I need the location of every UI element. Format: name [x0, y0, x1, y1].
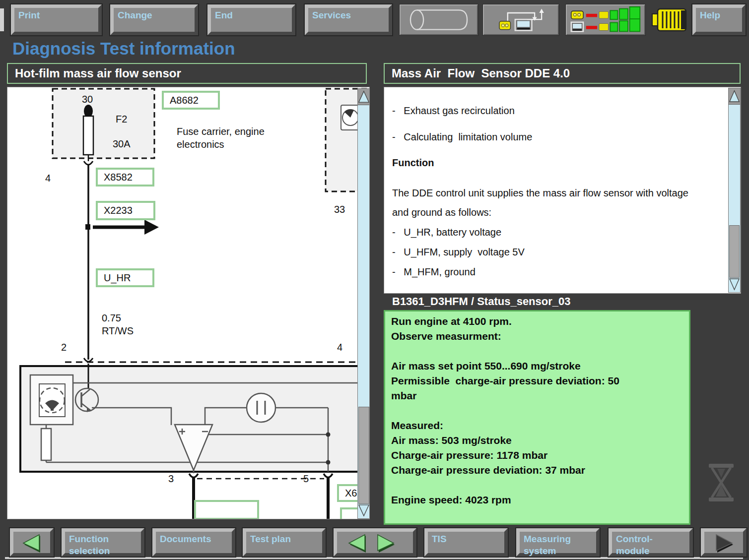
hourglass-icon: [706, 463, 737, 502]
right-panel-header: Mass Air Flow Sensor DDE 4.0: [384, 63, 741, 84]
result-line: Observe measurment:: [391, 329, 683, 344]
control-module-functions-button[interactable]: Control-module functions: [609, 528, 693, 557]
pipe-cylinder-icon[interactable]: [400, 4, 478, 35]
left-edge-highlight: [0, 8, 4, 31]
result-line: Permissible charge-air pressure deviatio…: [391, 373, 683, 388]
info-scrollbar-thumb[interactable]: [729, 225, 740, 278]
change-button[interactable]: Change: [110, 4, 198, 35]
pin-5-label: 5: [303, 473, 309, 485]
wiring-diagram-panel: 30 F2 30A Fuse carrier, engine electroni…: [7, 87, 370, 519]
dis-diagnosis-screen: Print Change End Services: [0, 0, 749, 560]
result-line: [391, 478, 683, 493]
nav-back-arrow-icon: [20, 534, 43, 554]
hotspot-empty[interactable]: [194, 500, 259, 519]
diagram-scrollbar[interactable]: [357, 88, 370, 519]
info-scroll-down-icon[interactable]: [729, 276, 740, 292]
wire-gauge-label: 0.75: [102, 312, 121, 324]
tis-label: TIS: [432, 534, 447, 544]
info-bullet-limitation: - Calculating limitation volume: [392, 131, 532, 143]
function-selection-button[interactable]: Function selection: [62, 528, 144, 557]
result-line: [391, 344, 683, 359]
measuring-system-button[interactable]: Measuring system: [516, 528, 600, 557]
left-panel-header: Hot-film mass air flow sensor: [7, 63, 367, 84]
hotspot-x8582[interactable]: X8582: [96, 168, 154, 187]
end-label: End: [215, 10, 233, 20]
status-bars-icon[interactable]: [566, 4, 645, 35]
yellow-plug-icon[interactable]: [650, 7, 689, 33]
hotspot-x2233[interactable]: X2233: [96, 201, 155, 220]
change-label: Change: [118, 10, 152, 20]
nav-back-button[interactable]: [10, 528, 54, 557]
print-label: Print: [18, 10, 40, 20]
print-button[interactable]: Print: [11, 4, 102, 35]
info-bullet-egr: - Exhaust gas recirculation: [392, 105, 515, 117]
pin-4-label: 4: [45, 173, 51, 184]
documents-label: Documents: [160, 534, 211, 544]
info-bullet-u-hr: - U_HR, battery voltage: [392, 227, 501, 238]
wire-color-label: RT/WS: [102, 325, 134, 337]
info-body-line1: The DDE control unit supplies the mass a…: [392, 187, 688, 199]
page-title: Diagnosis Test information: [12, 39, 235, 59]
status-sensor-header: B1361_D3HFM / Status_sensor_03: [392, 295, 571, 308]
result-line: Run engine at 4100 rpm.: [391, 314, 683, 329]
end-button[interactable]: End: [207, 4, 295, 35]
result-line: Engine speed: 4023 rpm: [391, 493, 683, 507]
result-line: Measured:: [391, 418, 683, 433]
diagram-scroll-up-icon[interactable]: [358, 89, 370, 105]
info-scrollbar[interactable]: [728, 88, 741, 293]
result-line: Air mass set point 550...690 mg/stroke: [391, 359, 683, 373]
fuse-name-label: F2: [116, 114, 127, 125]
result-line: Air mass: 503 mg/stroke: [391, 433, 683, 448]
hotspot-a8682[interactable]: A8682: [162, 91, 220, 110]
diagram-scroll-down-icon[interactable]: [358, 502, 370, 518]
fuse-rating-label: 30A: [113, 138, 131, 150]
fuse-carrier-label-line1: Fuse carrier, engine: [177, 126, 265, 137]
result-line: Charge-air pressure: 1178 mbar: [391, 448, 683, 463]
info-function-heading: Function: [392, 157, 434, 169]
test-plan-label: Test plan: [250, 534, 291, 544]
control-module-functions-label: Control-module functions: [616, 534, 659, 560]
page-arrows-button[interactable]: [334, 528, 416, 557]
info-bullet-u-hfm: - U_HFM, supply voltage 5V: [392, 247, 525, 258]
function-selection-label: Function selection: [69, 534, 110, 556]
nav-forward-button[interactable]: [701, 528, 747, 557]
pin-2-label: 2: [61, 342, 67, 353]
documents-button[interactable]: Documents: [152, 528, 235, 557]
info-bullet-m-hfm: - M_HFM, ground: [392, 266, 476, 278]
info-body-line2: and ground as follows:: [392, 207, 491, 218]
measurement-result-box: Run engine at 4100 rpm. Observe measurme…: [384, 310, 690, 525]
wiring-diagram-linework: [7, 87, 370, 519]
pin-33-label: 33: [334, 204, 345, 215]
pin-4-right-label: 4: [337, 342, 342, 353]
result-line: mbar: [391, 388, 683, 403]
info-scroll-up-icon[interactable]: [729, 88, 740, 105]
terminal-30-label: 30: [82, 94, 93, 105]
diagram-scrollbar-thumb[interactable]: [358, 407, 369, 504]
hotspot-u-hr[interactable]: U_HR: [96, 268, 154, 287]
connector-monitor-path-icon[interactable]: [483, 4, 559, 35]
page-back-forward-arrows-icon: [346, 534, 405, 554]
test-plan-button[interactable]: Test plan: [243, 528, 326, 557]
fuse-carrier-label-line2: electronics: [177, 139, 224, 150]
services-button[interactable]: Services: [305, 4, 392, 35]
nav-forward-arrow-icon: [713, 534, 736, 554]
result-line: Charge-air pressure deviation: 37 mbar: [391, 463, 683, 478]
tis-button[interactable]: TIS: [424, 528, 508, 557]
help-label: Help: [700, 10, 720, 20]
measuring-system-label: Measuring system: [524, 534, 571, 556]
pin-3-label: 3: [168, 473, 174, 485]
help-button[interactable]: Help: [692, 4, 746, 35]
result-line: [391, 403, 683, 418]
sensor-info-panel: - Exhaust gas recirculation - Calculatin…: [384, 87, 741, 294]
services-label: Services: [312, 10, 351, 20]
